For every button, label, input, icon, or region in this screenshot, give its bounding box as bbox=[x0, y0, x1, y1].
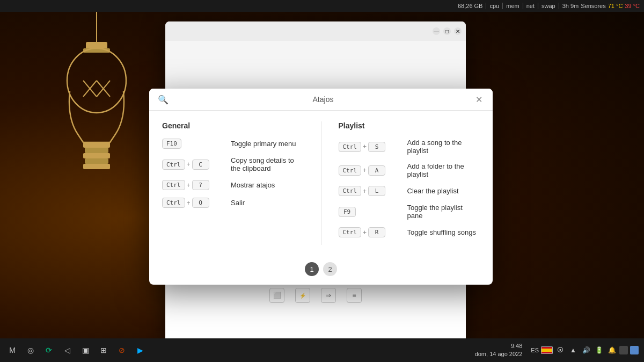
page-1-button[interactable]: 1 bbox=[305, 262, 319, 276]
page-2-button[interactable]: 2 bbox=[323, 262, 337, 276]
dialog-body: General F10 Toggle primary menu Ctrl + C… bbox=[149, 111, 493, 256]
shortcut-keys-ctrl-a: Ctrl + A bbox=[339, 165, 403, 176]
key-ctrl-4: Ctrl bbox=[339, 142, 362, 152]
plus-icon-2: + bbox=[187, 182, 191, 189]
shortcut-label-toggle-menu: Toggle primary menu bbox=[231, 140, 296, 148]
separator3 bbox=[523, 3, 523, 9]
notification-icon[interactable]: 🔔 bbox=[606, 345, 617, 356]
taskbar-app-3[interactable]: ⟳ bbox=[42, 343, 56, 357]
shortcut-keys-ctrl-r: Ctrl + R bbox=[339, 227, 403, 237]
lossless-button[interactable]: ⚡ bbox=[295, 288, 310, 303]
playlist-title: Playlist bbox=[339, 121, 480, 130]
queue-button[interactable]: ≡ bbox=[347, 288, 362, 303]
key-ctrl-7: Ctrl bbox=[339, 227, 362, 237]
key-f9: F9 bbox=[339, 207, 356, 217]
flag-bot bbox=[541, 352, 552, 353]
shortcut-row-ctrl-l: Ctrl + L Clear the playlist bbox=[339, 186, 480, 196]
taskbar-bottom: M ◎ ⟳ ◁ ▣ ⊞ ⊘ ▶ 9:48 dom, 14 ago 2022 ES… bbox=[0, 338, 644, 362]
svg-rect-10 bbox=[83, 153, 110, 158]
search-icon: 🔍 bbox=[158, 95, 169, 105]
shortcut-keys-f9: F9 bbox=[339, 207, 403, 217]
shortcut-label-salir: Salir bbox=[231, 199, 245, 207]
separator2 bbox=[502, 3, 503, 9]
shortcut-row-salir: Ctrl + Q Salir bbox=[162, 198, 304, 208]
taskbar-app-5[interactable]: ▣ bbox=[78, 343, 92, 357]
temp1: 71 °C bbox=[608, 3, 623, 9]
svg-rect-11 bbox=[85, 158, 108, 164]
repeat-button[interactable]: ⇒ bbox=[321, 288, 336, 303]
system-clock: 9:48 dom, 14 ago 2022 bbox=[475, 342, 523, 359]
key-ctrl-3: Ctrl bbox=[162, 198, 185, 208]
swap-label: swap bbox=[541, 3, 555, 9]
shortcut-keys-ctrl-q: Ctrl + Q bbox=[162, 198, 226, 208]
shortcut-row-f10: F10 Toggle primary menu bbox=[162, 139, 304, 149]
plus-icon-3: + bbox=[187, 199, 191, 207]
workspace-2[interactable] bbox=[630, 346, 639, 354]
minimize-button[interactable]: — bbox=[433, 27, 440, 35]
key-q: Q bbox=[192, 198, 209, 208]
battery-icon[interactable]: 🔋 bbox=[594, 345, 604, 356]
window-controls[interactable]: — □ ✕ bbox=[433, 27, 462, 35]
clock-time: 9:48 bbox=[475, 342, 523, 350]
shortcut-keys-f10: F10 bbox=[162, 139, 226, 149]
extra-controls[interactable]: ⬜ ⚡ ⇒ ≡ bbox=[269, 288, 362, 303]
shortcut-keys-ctrl-l: Ctrl + L bbox=[339, 186, 403, 196]
close-app-button[interactable]: ✕ bbox=[454, 27, 462, 35]
shortcut-row-ctrl-s: Ctrl + S Add a song to the playlist bbox=[339, 139, 480, 155]
plus-icon-4: + bbox=[363, 143, 367, 150]
shortcut-row-ctrl-q: Ctrl + ? Mostrar atajos bbox=[162, 180, 304, 190]
cpu-label: cpu bbox=[489, 3, 499, 9]
system-tray: 68,26 GB cpu mem net swap 3h 9m Sensores… bbox=[458, 3, 640, 9]
shortcut-row-ctrl-a: Ctrl + A Add a folder to the playlist bbox=[339, 162, 480, 178]
clock-date: dom, 14 ago 2022 bbox=[475, 350, 523, 358]
key-s: S bbox=[368, 142, 385, 152]
shortcut-label-shuffle: Toggle shuffling songs bbox=[407, 228, 476, 236]
separator5 bbox=[559, 3, 559, 9]
shortcut-label-clear: Clear the playlist bbox=[407, 187, 459, 195]
shortcuts-dialog: 🔍 Atajos ✕ General F10 Toggle primary me… bbox=[149, 89, 493, 285]
stop-button[interactable]: ⬜ bbox=[269, 288, 284, 303]
dialog-header: 🔍 Atajos ✕ bbox=[149, 89, 493, 111]
dialog-title: Atajos bbox=[173, 95, 473, 104]
taskbar-app-m[interactable]: M bbox=[5, 343, 19, 357]
taskbar-app-8[interactable]: ▶ bbox=[133, 343, 147, 357]
general-title: General bbox=[162, 121, 304, 130]
key-question: ? bbox=[192, 180, 209, 190]
key-ctrl-2: Ctrl bbox=[162, 180, 185, 190]
taskbar-app-4[interactable]: ◁ bbox=[60, 343, 74, 357]
taskbar-app-6[interactable]: ⊞ bbox=[97, 343, 111, 357]
uptime: 3h 9m bbox=[562, 3, 579, 9]
plus-icon-7: + bbox=[363, 229, 367, 236]
taskbar-app-2[interactable]: ◎ bbox=[24, 343, 38, 357]
key-ctrl-5: Ctrl bbox=[339, 165, 362, 176]
storage-info: 68,26 GB bbox=[458, 3, 482, 9]
svg-rect-9 bbox=[85, 148, 108, 153]
workspace-1[interactable] bbox=[619, 346, 628, 354]
bluetooth-icon[interactable]: ⦿ bbox=[555, 345, 566, 356]
temp2: 39 °C bbox=[625, 3, 640, 9]
sensores-label: Sensores bbox=[581, 3, 605, 9]
volume-icon[interactable]: 🔊 bbox=[581, 345, 591, 356]
locale-label: ES bbox=[531, 347, 539, 353]
pagination[interactable]: 1 2 bbox=[149, 256, 493, 285]
general-column: General F10 Toggle primary menu Ctrl + C… bbox=[162, 121, 304, 245]
shortcut-row-f9: F9 Toggle the playlist pane bbox=[339, 204, 480, 220]
shortcut-row-ctrl-c: Ctrl + C Copy song details to the clipbo… bbox=[162, 156, 304, 172]
separator bbox=[486, 3, 486, 9]
svg-rect-8 bbox=[83, 142, 110, 148]
shortcut-label-toggle-pane: Toggle the playlist pane bbox=[407, 204, 480, 220]
taskbar-app-7[interactable]: ⊘ bbox=[115, 343, 129, 357]
bulb-illustration bbox=[0, 0, 166, 338]
taskbar-right-icons: ES ⦿ ▲ 🔊 🔋 🔔 bbox=[531, 345, 639, 356]
mem-label: mem bbox=[506, 3, 519, 9]
net-label: net bbox=[526, 3, 535, 9]
shortcut-keys-ctrl-s: Ctrl + S bbox=[339, 142, 403, 152]
network-icon[interactable]: ▲ bbox=[568, 345, 579, 356]
dialog-close-button[interactable]: ✕ bbox=[473, 94, 484, 105]
svg-rect-12 bbox=[83, 164, 110, 169]
shortcut-label-add-folder: Add a folder to the playlist bbox=[407, 162, 480, 178]
column-divider bbox=[321, 121, 321, 245]
shortcut-label-copy: Copy song details to the clipboard bbox=[231, 156, 304, 172]
maximize-button[interactable]: □ bbox=[443, 27, 451, 35]
key-l: L bbox=[368, 186, 385, 196]
